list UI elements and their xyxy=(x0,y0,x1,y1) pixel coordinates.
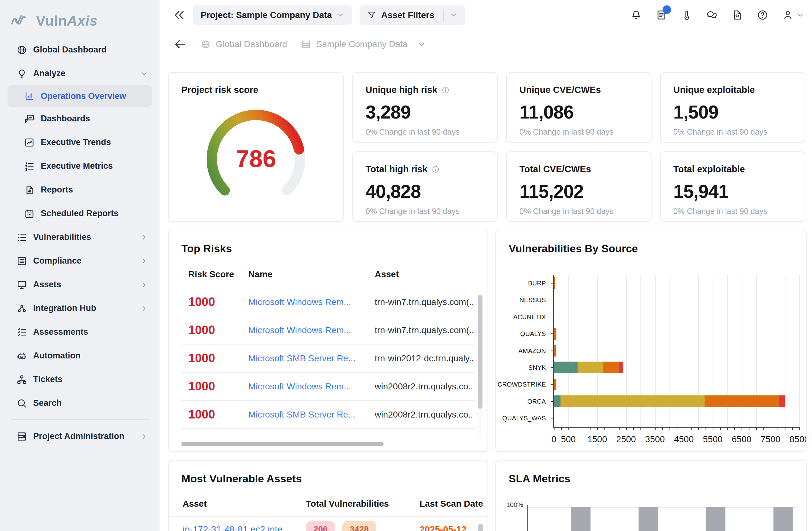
top-risks-table: Risk Score Name Asset 1000 Microsoft Win… xyxy=(182,269,475,430)
sidebar-item-vulnerabilities[interactable]: Vulnerabilities xyxy=(0,225,160,249)
sidebar-item-analyze[interactable]: Analyze xyxy=(0,62,160,85)
breadcrumb-global-dashboard[interactable]: Global Dashboard xyxy=(201,39,287,49)
chevron-right-icon xyxy=(140,233,148,242)
category-label: CROWDSTRIKE xyxy=(498,381,546,388)
kpi-card-total-exploitable: Total exploitable 15,941 0% Change in la… xyxy=(660,152,806,222)
sidebar-item-label: Executive Trends xyxy=(41,138,111,147)
chevron-right-icon xyxy=(140,304,148,313)
scrollbar-thumb[interactable] xyxy=(478,295,482,409)
info-icon[interactable] xyxy=(441,86,450,94)
asset-filters-button[interactable]: Asset Filters xyxy=(360,5,465,25)
axis-tick xyxy=(551,350,553,351)
vulnerability-link[interactable]: Microsoft Windows Rem... xyxy=(248,382,375,392)
sidebar-item-project-administration[interactable]: Project Administration xyxy=(0,425,160,448)
count-badge-critical: 206 xyxy=(306,521,335,531)
project-risk-score-card: Project risk score 786 xyxy=(168,72,344,222)
project-selector[interactable]: Project: Sample Company Data xyxy=(193,5,352,25)
trend-line-icon xyxy=(24,137,35,148)
sidebar-item-executive-metrics[interactable]: Executive Metrics xyxy=(0,154,160,178)
axis-tick xyxy=(734,427,735,430)
axis-tick xyxy=(551,300,553,300)
sidebar-item-assets[interactable]: Assets xyxy=(0,273,160,297)
vulnerability-link[interactable]: Microsoft SMB Server Re... xyxy=(248,410,375,420)
table-header: Risk Score Name Asset xyxy=(182,269,475,288)
thermometer-icon[interactable] xyxy=(681,9,693,21)
sidebar-item-integration-hub[interactable]: Integration Hub xyxy=(0,297,160,320)
sidebar-item-label: Project Administration xyxy=(33,431,125,441)
vulnerability-link[interactable]: Microsoft Windows Rem... xyxy=(248,297,375,307)
axis-tick xyxy=(583,427,583,430)
sidebar-item-executive-trends[interactable]: Executive Trends xyxy=(0,131,160,154)
vulnaxis-logo-icon xyxy=(11,13,31,28)
kpi-title: Total high risk xyxy=(365,164,497,174)
table-row: 1000 Microsoft SMB Server Re... win2008r… xyxy=(182,401,475,429)
chevron-down-icon xyxy=(140,70,148,78)
chevron-down-icon xyxy=(796,11,804,19)
kpi-value: 3,289 xyxy=(365,101,497,123)
sidebar-item-label: Search xyxy=(33,398,62,408)
sidebar-item-automation[interactable]: Automation xyxy=(0,344,160,368)
kpi-card-unique-high-risk: Unique high risk 3,289 0% Change in last… xyxy=(352,72,498,143)
tasks-form-icon[interactable] xyxy=(656,9,667,21)
vulnerabilities-by-source-chart: 050015002500350045005500650075008500 xyxy=(553,275,799,428)
chevron-down-icon[interactable] xyxy=(450,11,458,19)
axis-tick xyxy=(792,427,793,430)
sidebar-item-compliance[interactable]: Compliance xyxy=(0,249,160,273)
search-icon xyxy=(16,398,27,409)
presentation-icon xyxy=(24,114,35,124)
chart-category-labels: BURPNESSUSACUNETIXQUALYSAMAZONSNYKCROWDS… xyxy=(496,275,549,428)
last-scan-date: 2025-05-12 xyxy=(420,525,488,531)
sla-metrics-card: SLA Metrics 100% xyxy=(495,460,807,531)
sidebar-item-global-dashboard[interactable]: Global Dashboard xyxy=(0,38,160,62)
axis-tick xyxy=(551,384,553,385)
table-row: 1000 Microsoft Windows Rem... win2008r2.… xyxy=(182,373,475,401)
sidebar-item-assessments[interactable]: Assessments xyxy=(0,320,160,344)
sidebar-item-scheduled-reports[interactable]: Scheduled Reports xyxy=(0,202,160,225)
api-code-file-icon[interactable] xyxy=(731,9,743,21)
sidebar-item-reports[interactable]: Reports xyxy=(0,178,160,202)
list-icon xyxy=(16,232,27,243)
kpi-subtitle: 0% Change in last 90 days xyxy=(365,207,497,216)
info-icon[interactable] xyxy=(432,165,440,173)
axis-tick xyxy=(706,427,706,430)
sidebar-item-label: Assessments xyxy=(33,327,88,337)
asset-link[interactable]: ip-172-31-48-81.ec2.inte... xyxy=(183,525,306,531)
sidebar-item-search[interactable]: Search xyxy=(0,391,160,415)
axis-tick xyxy=(778,427,778,430)
vulnerability-link[interactable]: Microsoft Windows Rem... xyxy=(248,325,375,335)
chevron-down-icon xyxy=(336,11,344,19)
axis-tick xyxy=(590,427,591,430)
axis-tick xyxy=(551,418,553,418)
kpi-subtitle: 0% Change in last 90 days xyxy=(365,127,497,137)
sidebar-item-label: Reports xyxy=(41,185,73,195)
axis-tick xyxy=(568,427,569,430)
kpi-card-total-high-risk: Total high risk 40,828 0% Change in last… xyxy=(352,152,498,222)
horizontal-scrollbar-thumb[interactable] xyxy=(182,442,383,446)
sidebar: VulnAxis Global Dashboard Analyze Operat… xyxy=(0,0,160,531)
chat-icon[interactable] xyxy=(706,9,718,21)
sidebar-nav: Global Dashboard Analyze Operations Over… xyxy=(0,38,160,448)
sidebar-item-dashboards[interactable]: Dashboards xyxy=(0,107,160,131)
axis-tick xyxy=(554,427,554,430)
gridline xyxy=(528,507,798,507)
axis-tick xyxy=(619,427,620,430)
breadcrumb-sample-company-data[interactable]: Sample Company Data xyxy=(301,39,408,49)
category-label: AMAZON xyxy=(519,347,546,354)
sla-bar xyxy=(706,507,725,531)
axis-tick xyxy=(561,427,562,430)
sidebar-item-tickets[interactable]: Tickets xyxy=(0,368,160,391)
sidebar-item-label: Analyze xyxy=(33,69,66,78)
monitor-icon xyxy=(16,279,27,290)
account-menu[interactable] xyxy=(782,9,804,21)
notifications-bell-icon[interactable] xyxy=(630,9,642,21)
collapse-sidebar-button[interactable] xyxy=(173,9,186,21)
bar-segment xyxy=(554,277,555,289)
vulnerability-link[interactable]: Microsoft SMB Server Re... xyxy=(248,353,375,363)
chevron-down-icon[interactable] xyxy=(417,40,425,49)
help-icon[interactable] xyxy=(757,9,768,21)
back-arrow-icon[interactable] xyxy=(173,38,187,51)
axis-tick xyxy=(551,283,553,284)
table-row: ip-172-31-48-81.ec2.inte... 206 3428 202… xyxy=(183,521,488,531)
sidebar-item-operations-overview[interactable]: Operations Overview xyxy=(8,85,152,107)
scrollbar-thumb[interactable] xyxy=(478,524,483,531)
